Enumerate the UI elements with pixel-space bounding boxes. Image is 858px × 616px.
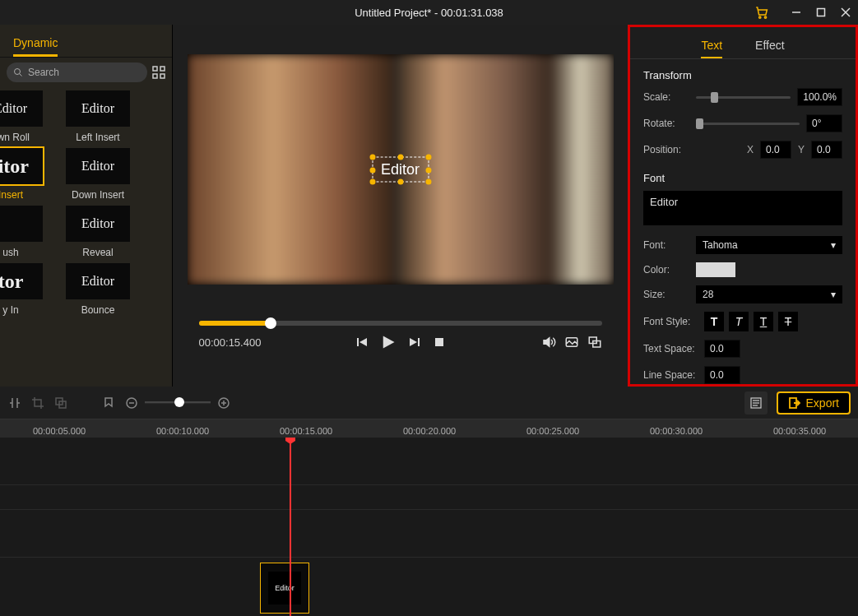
- rotate-value[interactable]: 0°: [806, 114, 842, 132]
- maximize-icon[interactable]: [809, 0, 833, 25]
- minimize-icon[interactable]: [784, 0, 809, 25]
- y-value[interactable]: 0.0: [811, 141, 842, 159]
- resize-handle[interactable]: [369, 179, 375, 185]
- effect-thumb[interactable]: EditorDown Insert: [66, 148, 130, 201]
- svg-rect-3: [818, 9, 825, 16]
- bold-button[interactable]: T: [704, 312, 724, 331]
- shop-icon[interactable]: [754, 5, 769, 20]
- thumb-label: Left Insert: [76, 132, 119, 143]
- linespace-value[interactable]: 0.0: [704, 366, 740, 384]
- playback-controls: 00:00:15.400: [199, 334, 602, 350]
- svg-marker-13: [359, 338, 367, 346]
- scale-slider[interactable]: [696, 96, 791, 99]
- size-select[interactable]: 28 ▾: [696, 285, 842, 303]
- thumb-label: ush: [2, 247, 18, 258]
- ruler-mark: 00:00:15.000: [280, 426, 332, 436]
- underline-button[interactable]: T: [754, 312, 773, 331]
- effect-thumb[interactable]: EditorLeft Insert: [66, 90, 130, 143]
- close-icon[interactable]: [833, 0, 858, 25]
- playback-slider[interactable]: [199, 321, 602, 326]
- export-button[interactable]: Export: [777, 392, 850, 414]
- rotate-slider[interactable]: [696, 123, 800, 125]
- ruler-mark: 00:00:20.000: [403, 426, 456, 436]
- ruler-mark: 00:00:10.000: [156, 426, 209, 436]
- svg-rect-9: [160, 67, 165, 71]
- font-select[interactable]: Tahoma ▾: [696, 236, 842, 254]
- grid-view-icon[interactable]: [152, 66, 165, 79]
- resize-handle[interactable]: [398, 179, 404, 185]
- timeline-tracks[interactable]: Editor: [0, 438, 858, 616]
- thumb-preview: litor: [0, 148, 43, 184]
- timeline-zoom: [125, 396, 230, 410]
- resize-handle[interactable]: [398, 155, 404, 160]
- tab-text[interactable]: Text: [701, 34, 722, 58]
- text-clip[interactable]: Editor: [260, 563, 309, 614]
- italic-button[interactable]: T: [729, 312, 749, 331]
- fullscreen-icon[interactable]: [587, 335, 602, 350]
- strike-button[interactable]: T: [778, 312, 798, 331]
- text-content-input[interactable]: [643, 191, 842, 225]
- text-overlay[interactable]: Editor: [372, 157, 429, 183]
- resize-handle[interactable]: [425, 167, 431, 173]
- search-input[interactable]: Search: [7, 63, 147, 82]
- render-settings-button[interactable]: [744, 391, 768, 415]
- fontstyle-label: Font Style:: [643, 316, 698, 327]
- play-icon[interactable]: [380, 334, 397, 350]
- thumb-label: y In: [2, 304, 18, 316]
- svg-point-0: [759, 16, 761, 18]
- effects-panel: Dynamic Search Editorown RollEditorLeft …: [0, 25, 173, 387]
- svg-rect-11: [160, 74, 165, 78]
- marker-icon[interactable]: [102, 396, 115, 410]
- resize-handle[interactable]: [425, 155, 431, 160]
- zoom-slider[interactable]: [145, 401, 211, 404]
- effect-thumb[interactable]: litorInsert: [0, 148, 43, 201]
- resize-handle[interactable]: [369, 155, 375, 160]
- zoom-out-icon[interactable]: [125, 396, 138, 410]
- snapshot-icon[interactable]: [564, 335, 579, 350]
- size-value: 28: [703, 289, 713, 300]
- stop-icon[interactable]: [433, 336, 446, 349]
- effect-thumb[interactable]: ush: [0, 206, 43, 258]
- scale-value[interactable]: 100.0%: [797, 88, 842, 106]
- split-icon[interactable]: [8, 396, 21, 410]
- tab-dynamic[interactable]: Dynamic: [13, 31, 58, 57]
- effect-thumb[interactable]: tory In: [0, 263, 43, 316]
- playback-knob[interactable]: [265, 317, 276, 329]
- thumb-label: own Roll: [0, 132, 30, 143]
- thumb-label: Insert: [0, 189, 23, 201]
- audio-track[interactable]: [0, 485, 858, 510]
- video-track[interactable]: [0, 438, 858, 485]
- color-swatch[interactable]: [696, 262, 735, 277]
- effect-thumb[interactable]: EditorReveal: [66, 206, 130, 258]
- effect-thumb[interactable]: EditorBounce: [66, 263, 130, 316]
- playhead[interactable]: [290, 438, 291, 616]
- textspace-value[interactable]: 0.0: [704, 340, 740, 358]
- search-icon: [13, 67, 23, 77]
- color-label: Color:: [643, 264, 689, 276]
- preview-canvas[interactable]: Editor: [188, 54, 614, 285]
- next-frame-icon[interactable]: [408, 336, 421, 349]
- thumb-preview: Editor: [66, 206, 130, 242]
- timeline-ruler[interactable]: 00:00:05.00000:00:10.00000:00:15.00000:0…: [0, 419, 858, 438]
- tab-effect[interactable]: Effect: [755, 34, 785, 58]
- resize-handle[interactable]: [369, 167, 375, 173]
- text-track[interactable]: Editor: [0, 558, 858, 616]
- crop-icon[interactable]: [31, 396, 44, 410]
- svg-rect-16: [418, 338, 420, 346]
- size-label: Size:: [643, 289, 689, 300]
- chevron-down-icon: ▾: [831, 239, 836, 251]
- effects-thumbnails: Editorown RollEditorLeft InsertlitorInse…: [0, 87, 172, 387]
- title-bar: Untitled Project* - 00:01:31.038: [0, 0, 858, 25]
- resize-handle[interactable]: [425, 179, 431, 185]
- effect-thumb[interactable]: Editorown Roll: [0, 90, 43, 143]
- volume-icon[interactable]: [541, 335, 556, 350]
- overlay-track[interactable]: [0, 510, 858, 558]
- zoom-in-icon[interactable]: [217, 396, 230, 410]
- x-value[interactable]: 0.0: [760, 141, 791, 159]
- prev-frame-icon[interactable]: [355, 336, 369, 349]
- ruler-mark: 00:00:25.000: [526, 426, 579, 436]
- overlay-text: Editor: [381, 161, 420, 178]
- thumb-preview: Editor: [66, 263, 130, 299]
- thumb-preview: Editor: [0, 90, 43, 127]
- layers-icon[interactable]: [54, 396, 67, 410]
